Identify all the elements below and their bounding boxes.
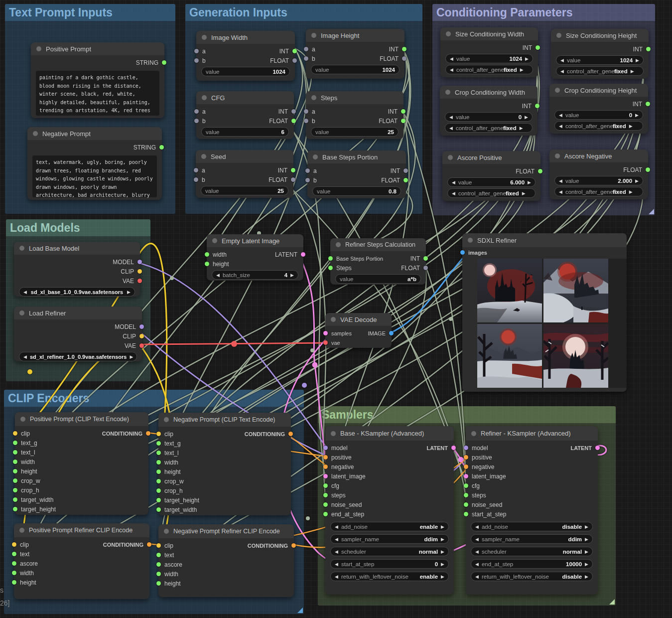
prev-option-arrow-icon[interactable]: ◀: [475, 574, 479, 579]
collapse-dot-icon[interactable]: [164, 417, 169, 422]
input-slot-noise-seed[interactable]: [323, 502, 328, 507]
expression-widget[interactable]: valuea*b: [335, 274, 421, 284]
input-slot-crop-w[interactable]: [13, 478, 17, 483]
input-slot-steps[interactable]: [323, 493, 328, 497]
increment-arrow-icon[interactable]: ▶: [525, 115, 528, 120]
decrement-arrow-icon[interactable]: ◀: [449, 115, 453, 120]
increment-arrow-icon[interactable]: ▶: [520, 67, 524, 72]
input-slot-cfg[interactable]: [323, 483, 328, 488]
value-widget[interactable]: ◀value6.000▶: [447, 177, 536, 187]
decrement-arrow-icon[interactable]: ◀: [560, 69, 564, 74]
increment-arrow-icon[interactable]: ▶: [636, 58, 639, 63]
input-slot-crop-h[interactable]: [13, 488, 17, 492]
node-size-conditioning-height[interactable]: Size Conditioning Height INT ◀value1024▶…: [551, 29, 649, 79]
collapse-dot-icon[interactable]: [311, 33, 316, 38]
input-slot-ascore[interactable]: [12, 561, 16, 566]
input-slot-a[interactable]: [305, 168, 310, 173]
input-slot-end-at-step[interactable]: [323, 512, 328, 516]
decrement-arrow-icon[interactable]: ◀: [475, 562, 479, 567]
input-slot-height[interactable]: [13, 469, 17, 473]
input-slot-height[interactable]: [156, 581, 161, 586]
node-steps[interactable]: Steps aINT bFLOAT value25: [306, 91, 403, 139]
output-slot-float[interactable]: [402, 56, 406, 61]
group-resize-handle[interactable]: [609, 599, 615, 605]
input-slot-b[interactable]: [305, 178, 310, 182]
input-slot-width[interactable]: [13, 460, 17, 464]
return-with-leftover-noise-widget[interactable]: ◀return_with_leftover_noiseenable▶: [330, 572, 449, 581]
output-slot-string[interactable]: [159, 145, 164, 150]
input-slot-negative[interactable]: [464, 464, 468, 469]
input-slot-b[interactable]: [304, 119, 308, 123]
input-slot-ascore[interactable]: [156, 562, 161, 567]
node-vae-decode[interactable]: VAE Decode samplesIMAGE vae: [325, 313, 392, 348]
input-slot-b[interactable]: [194, 119, 199, 123]
collapse-dot-icon[interactable]: [164, 529, 169, 534]
input-slot-width[interactable]: [156, 572, 161, 576]
input-slot-text-l[interactable]: [156, 451, 161, 455]
node-base-steps-portion[interactable]: Base Steps Portion aINT bFLOAT value0.8: [307, 151, 406, 198]
group-title[interactable]: Generation Inputs: [185, 4, 422, 21]
node-load-base-model[interactable]: Load Base Model MODEL CLIP VAE ◀sd_xl_ba…: [14, 242, 140, 297]
add-noise-widget[interactable]: ◀add_noiseenable▶: [330, 522, 449, 531]
output-slot-model[interactable]: [137, 260, 142, 264]
input-slot-vae[interactable]: [323, 340, 328, 345]
node-image-width[interactable]: Image Width aINT bFLOAT value1024: [196, 31, 295, 81]
value-widget[interactable]: value25: [201, 186, 288, 195]
increment-arrow-icon[interactable]: ▶: [629, 124, 633, 129]
increment-arrow-icon[interactable]: ▶: [585, 562, 588, 567]
output-slot-clip[interactable]: [139, 334, 144, 338]
input-slot-text-g[interactable]: [156, 441, 161, 446]
increment-arrow-icon[interactable]: ▶: [525, 56, 529, 61]
input-slot-negative[interactable]: [323, 464, 328, 469]
input-slot-clip[interactable]: [13, 431, 17, 436]
input-slot-start-at-step[interactable]: [464, 512, 468, 516]
output-slot-vae[interactable]: [137, 279, 142, 283]
input-slot-clip[interactable]: [156, 543, 161, 548]
output-slot-conditioning[interactable]: [288, 432, 293, 436]
collapse-dot-icon[interactable]: [36, 46, 41, 51]
group-title[interactable]: Text Prompt Inputs: [5, 4, 175, 21]
input-slot-positive[interactable]: [323, 455, 328, 460]
output-slot-conditioning[interactable]: [291, 543, 296, 548]
collapse-dot-icon[interactable]: [19, 528, 24, 533]
collapse-dot-icon[interactable]: [445, 90, 450, 95]
input-slot-a[interactable]: [194, 49, 199, 53]
value-widget[interactable]: ◀value0▶: [554, 110, 643, 120]
node-size-conditioning-width[interactable]: Size Conditioning Width INT ◀value1024▶ …: [440, 27, 538, 77]
control-after-generate-widget[interactable]: ◀control_after_generatefixed▶: [554, 121, 643, 131]
node-negative-prompt[interactable]: Negative Prompt STRING text, watermark, …: [27, 127, 162, 200]
value-widget[interactable]: value1024: [311, 65, 400, 74]
decrement-arrow-icon[interactable]: ◀: [560, 58, 564, 63]
decrement-arrow-icon[interactable]: ◀: [559, 178, 562, 183]
decrement-arrow-icon[interactable]: ◀: [452, 191, 455, 196]
increment-arrow-icon[interactable]: ▶: [635, 178, 639, 183]
input-slot-target-height[interactable]: [156, 498, 161, 502]
collapse-dot-icon[interactable]: [202, 95, 207, 100]
input-slot-a[interactable]: [194, 168, 198, 172]
input-slot-images[interactable]: [460, 250, 465, 255]
output-slot-latent[interactable]: [595, 446, 600, 450]
prev-option-arrow-icon[interactable]: ◀: [475, 549, 479, 554]
group-title[interactable]: Conditioning Parameters: [432, 4, 655, 21]
sampler-name-widget[interactable]: ◀sampler_nameddim▶: [471, 534, 593, 544]
collapse-dot-icon[interactable]: [331, 431, 336, 436]
node-refiner-steps-calculation[interactable]: Refiner Steps Calculation Base Steps Por…: [330, 238, 426, 285]
input-slot-samples[interactable]: [323, 331, 328, 335]
node-negative-clip-text-encode[interactable]: Negative Prompt (CLIP Text Encode) clipC…: [158, 413, 291, 515]
input-slot-model[interactable]: [464, 446, 468, 450]
decrement-arrow-icon[interactable]: ◀: [559, 189, 562, 194]
increment-arrow-icon[interactable]: ▶: [528, 180, 531, 185]
output-slot-int[interactable]: [536, 45, 540, 50]
input-slot-height[interactable]: [156, 469, 161, 474]
node-crop-conditioning-height[interactable]: Crop Conditioning Height INT ◀value0▶ ◀c…: [549, 84, 648, 134]
collapse-dot-icon[interactable]: [446, 31, 451, 36]
output-slot-int[interactable]: [401, 109, 405, 114]
node-positive-prompt[interactable]: Positive Prompt STRING painting of a dar…: [31, 42, 164, 118]
decrement-arrow-icon[interactable]: ◀: [559, 124, 562, 129]
output-slot-latent[interactable]: [451, 446, 456, 450]
return-with-leftover-noise-widget[interactable]: ◀return_with_leftover_noisedisable▶: [471, 572, 593, 581]
value-widget[interactable]: value25: [311, 127, 399, 137]
next-option-arrow-icon[interactable]: ▶: [441, 537, 444, 542]
input-slot-b[interactable]: [194, 177, 198, 182]
prev-option-arrow-icon[interactable]: ◀: [335, 574, 338, 579]
